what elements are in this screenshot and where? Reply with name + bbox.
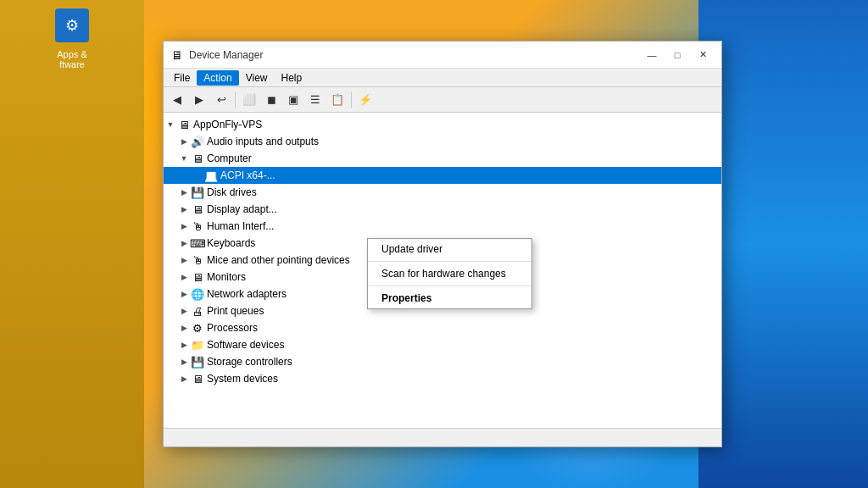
print-icon: 🖨 <box>191 304 204 318</box>
sidebar-label: Apps &ftware <box>57 49 86 69</box>
sidebar-settings-icon: ⚙ <box>55 8 89 42</box>
toolbar-btn3[interactable]: ◼ <box>261 90 281 110</box>
software-icon: 📁 <box>191 338 204 352</box>
tree-label-keyboards: Keyboards <box>207 237 255 249</box>
system-icon: 🖥 <box>191 372 204 385</box>
toolbar-sep-2 <box>351 92 352 108</box>
network-icon: 🌐 <box>191 287 204 301</box>
toolbar-btn4[interactable]: ▣ <box>283 90 303 110</box>
tree-label-disk: Disk drives <box>207 186 257 198</box>
toolbar-sep-1 <box>235 92 236 108</box>
hid-icon: 🖱 <box>191 219 204 233</box>
tree-item-computer[interactable]: ▼ 🖥 Computer <box>164 150 721 167</box>
ctx-sep-2 <box>368 286 531 286</box>
close-button[interactable]: ✕ <box>691 45 715 65</box>
expand-processors[interactable]: ▶ <box>177 321 191 335</box>
tree-item-root[interactable]: ▼ 🖥 AppOnFly-VPS <box>164 116 721 133</box>
tree-label-print: Print queues <box>207 305 264 317</box>
root-icon: 🖥 <box>177 118 191 131</box>
title-bar-left: 🖥 Device Manager <box>170 48 263 62</box>
window-controls[interactable]: — □ ✕ <box>640 45 715 65</box>
toolbar-refresh[interactable]: ↩ <box>211 90 231 110</box>
tree-item-disk[interactable]: ▶ 💾 Disk drives <box>164 184 721 201</box>
tree-item-display[interactable]: ▶ 🖥 Display adapt... <box>164 201 721 218</box>
mice-icon: 🖱 <box>191 253 204 267</box>
computer-icon: 🖥 <box>191 152 204 165</box>
toolbar-btn2[interactable]: ⬜ <box>239 90 259 110</box>
bg-rect-blue <box>698 0 868 488</box>
ctx-properties[interactable]: Properties <box>368 288 531 308</box>
tree-label-computer: Computer <box>207 152 252 164</box>
tree-label-acpi: ACPI x64-... <box>220 169 275 181</box>
processors-icon: ⚙ <box>191 321 204 335</box>
window-title: Device Manager <box>189 49 263 61</box>
toolbar-forward[interactable]: ▶ <box>189 90 209 110</box>
tree-item-software[interactable]: ▶ 📁 Software devices <box>164 336 721 353</box>
menu-file[interactable]: File <box>167 70 197 86</box>
monitors-icon: 🖥 <box>191 270 204 284</box>
acpi-icon: 💻 <box>204 169 218 182</box>
context-menu: Update driver Scan for hardware changes … <box>367 238 532 309</box>
tree-label-system: System devices <box>207 373 278 385</box>
sidebar: ⚙ Apps &ftware <box>0 0 144 488</box>
ctx-scan-hardware[interactable]: Scan for hardware changes <box>368 263 531 284</box>
statusbar <box>164 428 721 446</box>
expand-network[interactable]: ▶ <box>177 287 191 301</box>
tree-label-root: AppOnFly-VPS <box>193 119 262 130</box>
menu-action[interactable]: Action <box>197 70 238 86</box>
title-bar: 🖥 Device Manager — □ ✕ <box>164 42 721 69</box>
toolbar-back[interactable]: ◀ <box>167 90 187 110</box>
disk-icon: 💾 <box>191 186 204 199</box>
expand-print[interactable]: ▶ <box>177 304 191 318</box>
expand-audio[interactable]: ▶ <box>177 135 191 148</box>
audio-icon: 🔊 <box>191 135 204 148</box>
tree-item-system[interactable]: ▶ 🖥 System devices <box>164 370 721 387</box>
expand-root[interactable]: ▼ <box>164 118 177 131</box>
menubar: File Action View Help <box>164 69 721 87</box>
tree-label-audio: Audio inputs and outputs <box>207 136 319 147</box>
expand-hid[interactable]: ▶ <box>177 219 191 233</box>
tree-label-mice: Mice and other pointing devices <box>207 254 350 266</box>
toolbar-btn6[interactable]: 📋 <box>327 90 348 110</box>
device-manager-window: 🖥 Device Manager — □ ✕ File Action View … <box>163 41 722 447</box>
tree-label-monitors: Monitors <box>207 271 246 283</box>
expand-display[interactable]: ▶ <box>177 202 191 216</box>
tree-item-storage[interactable]: ▶ 💾 Storage controllers <box>164 353 721 370</box>
expand-system[interactable]: ▶ <box>177 372 191 385</box>
toolbar: ◀ ▶ ↩ ⬜ ◼ ▣ ☰ 📋 ⚡ <box>164 87 721 113</box>
tree-label-software: Software devices <box>207 339 284 351</box>
expand-computer[interactable]: ▼ <box>177 152 191 165</box>
toolbar-properties[interactable]: ⚡ <box>355 90 376 110</box>
expand-mice[interactable]: ▶ <box>177 253 191 267</box>
tree-item-acpi[interactable]: ▶ 💻 ACPI x64-... <box>164 167 721 184</box>
tree-panel: ▼ 🖥 AppOnFly-VPS ▶ 🔊 Audio inputs and ou… <box>164 113 721 428</box>
display-icon: 🖥 <box>191 202 204 216</box>
tree-item-hid[interactable]: ▶ 🖱 Human Interf... <box>164 218 721 235</box>
tree-item-audio[interactable]: ▶ 🔊 Audio inputs and outputs <box>164 133 721 150</box>
maximize-button[interactable]: □ <box>665 45 689 65</box>
storage-icon: 💾 <box>191 355 204 369</box>
tree-label-display: Display adapt... <box>207 203 277 215</box>
keyboards-icon: ⌨ <box>191 236 204 250</box>
ctx-sep-1 <box>368 261 531 262</box>
tree-label-network: Network adapters <box>207 288 287 300</box>
menu-help[interactable]: Help <box>275 70 309 86</box>
tree-label-hid: Human Interf... <box>207 220 274 232</box>
tree-label-processors: Processors <box>207 322 258 334</box>
expand-storage[interactable]: ▶ <box>177 355 191 369</box>
toolbar-btn5[interactable]: ☰ <box>305 90 326 110</box>
tree-label-storage: Storage controllers <box>207 356 292 368</box>
window-icon: 🖥 <box>170 48 184 62</box>
minimize-button[interactable]: — <box>640 45 664 65</box>
menu-view[interactable]: View <box>239 70 275 86</box>
expand-software[interactable]: ▶ <box>177 338 191 352</box>
expand-disk[interactable]: ▶ <box>177 186 191 199</box>
ctx-update-driver[interactable]: Update driver <box>368 239 531 259</box>
expand-monitors[interactable]: ▶ <box>177 270 191 284</box>
tree-item-processors[interactable]: ▶ ⚙ Processors <box>164 319 721 336</box>
